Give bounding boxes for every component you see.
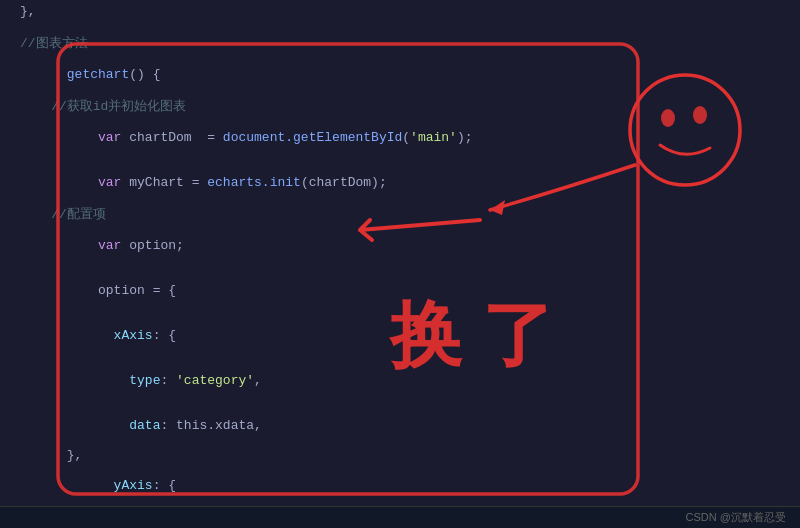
code-line-4: getchart() { [0,52,800,97]
code-line-8: //配置项 [0,205,800,223]
code-line-5: //获取id并初始化图表 [0,97,800,115]
code-line-12: type: 'category', [0,358,800,403]
code-line-13: data: this.xdata, [0,403,800,448]
code-line-7: var myChart = echarts.init(chartDom); [0,160,800,205]
code-line-1: }, [0,4,800,19]
code-line-14: }, [0,448,800,463]
attribution-text: CSDN @沉默着忍受 [686,510,786,525]
bottom-bar: CSDN @沉默着忍受 [0,506,800,528]
code-line-10: option = { [0,268,800,313]
code-line-3: //图表方法 [0,34,800,52]
code-line-11: xAxis: { [0,313,800,358]
code-line-6: var chartDom = document.getElementById('… [0,115,800,160]
code-line-9: var option; [0,223,800,268]
code-line-2 [0,19,800,34]
code-block: }, //图表方法 getchart() { //获取id并初始化图表 var … [0,0,800,506]
code-line-15: yAxis: { [0,463,800,506]
